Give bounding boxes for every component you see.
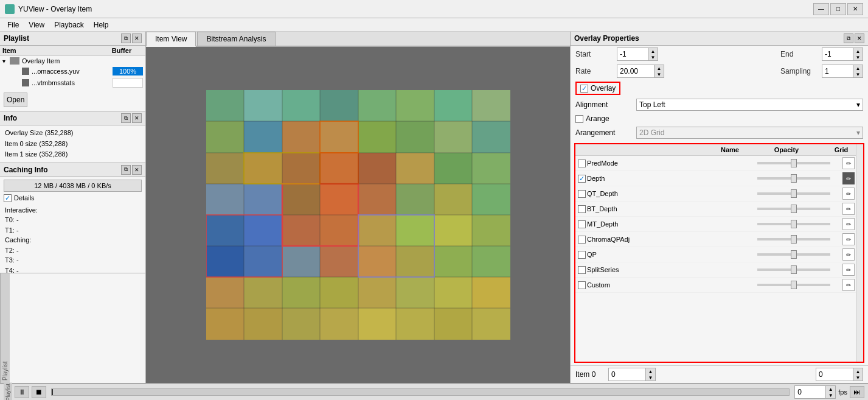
sampling-down-btn[interactable]: ▼	[853, 71, 863, 77]
playback-right: ▲ ▼ fps ⏭	[794, 385, 864, 399]
tree-item-yuv[interactable]: ...omaccess.yuv 100%	[0, 66, 145, 77]
custom-edit-button[interactable]: ✏	[842, 279, 855, 291]
rate-input[interactable]	[617, 66, 654, 76]
sampling-input[interactable]	[822, 66, 853, 76]
qp-edit-button[interactable]: ✏	[842, 248, 855, 261]
item-0-up-btn[interactable]: ▲	[645, 368, 655, 374]
alignment-dropdown[interactable]: Top Left ▾	[636, 99, 863, 111]
end-input[interactable]	[822, 49, 853, 59]
overlay-props-close[interactable]: ✕	[855, 33, 864, 43]
splitseries-checkbox[interactable]	[578, 266, 586, 274]
qtdepth-checkbox[interactable]	[578, 190, 586, 198]
overlay-table-scrollbar[interactable]	[856, 144, 863, 362]
qp-slider[interactable]	[757, 253, 830, 256]
frame-input[interactable]	[795, 387, 825, 397]
frame-up-btn[interactable]: ▲	[825, 386, 835, 392]
item-input-0[interactable]	[609, 370, 645, 379]
item-1-up-btn[interactable]: ▲	[853, 368, 863, 374]
start-up-btn[interactable]: ▲	[648, 48, 658, 54]
arrange-checkbox[interactable]	[575, 115, 583, 123]
overlay-checkbox[interactable]	[580, 85, 588, 93]
tab-item-view[interactable]: Item View	[146, 32, 196, 47]
qp-checkbox[interactable]	[578, 251, 586, 259]
stop-button[interactable]: ⏹	[32, 386, 46, 398]
tab-bitstream-analysis[interactable]: Bitstream Analysis	[197, 32, 275, 46]
arrangement-chevron-icon: ▾	[856, 128, 860, 137]
item-label: Item 0	[575, 370, 606, 379]
close-button[interactable]: ✕	[847, 3, 863, 15]
btdepth-slider[interactable]	[757, 208, 830, 210]
rate-spinbox[interactable]: ▲ ▼	[617, 65, 664, 78]
depth-edit-button[interactable]: ✏	[842, 172, 855, 184]
start-down-btn[interactable]: ▼	[648, 54, 658, 60]
mtdepth-slider[interactable]	[757, 223, 830, 225]
predmode-checkbox[interactable]	[578, 160, 586, 167]
rate-down-btn[interactable]: ▼	[654, 71, 664, 77]
item-spinbox-0[interactable]: ▲ ▼	[608, 368, 656, 381]
btdepth-edit-button[interactable]: ✏	[842, 203, 855, 215]
item-1-down-btn[interactable]: ▼	[853, 374, 863, 381]
item-input-1[interactable]	[816, 370, 853, 379]
info-close-button[interactable]: ✕	[132, 113, 142, 123]
start-spinbox[interactable]: ▲ ▼	[617, 47, 658, 61]
predmode-edit-button[interactable]: ✏	[842, 157, 855, 169]
tree-stats-label: ...vtmbmsstats	[32, 79, 113, 86]
svg-rect-49	[206, 277, 244, 308]
svg-rect-31	[434, 184, 472, 215]
svg-rect-18	[244, 153, 282, 184]
open-button[interactable]: Open	[4, 93, 27, 107]
chromaqpadj-slider-cell	[751, 238, 836, 240]
maximize-button[interactable]: □	[830, 3, 846, 15]
tree-item-stats[interactable]: ...vtmbmsstats	[0, 77, 145, 89]
minimize-button[interactable]: —	[813, 3, 829, 15]
mtdepth-checkbox[interactable]	[578, 220, 586, 228]
predmode-slider[interactable]	[757, 162, 830, 164]
menu-playback[interactable]: Playback	[49, 19, 89, 30]
overlay-properties-title: Overlay Properties	[574, 34, 639, 43]
end-spinbox[interactable]: ▲ ▼	[822, 47, 863, 61]
svg-rect-47	[434, 246, 472, 277]
mtdepth-edit-button[interactable]: ✏	[842, 218, 855, 230]
rate-up-btn[interactable]: ▲	[654, 65, 664, 71]
end-down-btn[interactable]: ▼	[853, 54, 863, 60]
qtdepth-edit-button[interactable]: ✏	[842, 188, 855, 200]
custom-checkbox[interactable]	[578, 281, 586, 289]
qtdepth-slider-cell	[751, 192, 836, 195]
splitseries-edit-button[interactable]: ✏	[842, 264, 855, 276]
info-title: Info	[4, 114, 17, 122]
item-0-down-btn[interactable]: ▼	[645, 374, 655, 381]
details-checkbox[interactable]	[4, 194, 12, 202]
playlist-close-button[interactable]: ✕	[132, 33, 142, 43]
menu-help[interactable]: Help	[89, 19, 114, 30]
arrangement-dropdown[interactable]: 2D Grid ▾	[636, 127, 863, 139]
frame-spinbox[interactable]: ▲ ▼	[794, 385, 836, 399]
qtdepth-slider[interactable]	[757, 192, 830, 195]
chromaqpadj-edit-button[interactable]: ✏	[842, 233, 855, 245]
info-undock-button[interactable]: ⧉	[121, 113, 131, 123]
btdepth-checkbox[interactable]	[578, 205, 586, 213]
start-input[interactable]	[617, 49, 648, 59]
caching-close-button[interactable]: ✕	[132, 165, 142, 175]
sampling-up-btn[interactable]: ▲	[853, 65, 863, 71]
btdepth-slider-cell	[751, 208, 836, 210]
frame-down-btn[interactable]: ▼	[825, 392, 835, 398]
overlay-props-undock[interactable]: ⧉	[844, 33, 853, 43]
caching-undock-button[interactable]: ⧉	[121, 165, 131, 175]
tree-item-overlay[interactable]: ▾ Overlay Item	[0, 56, 145, 66]
end-up-btn[interactable]: ▲	[853, 48, 863, 54]
caching-header: Caching Info ⧉ ✕	[0, 163, 145, 177]
playlist-undock-button[interactable]: ⧉	[121, 33, 131, 43]
depth-checkbox[interactable]	[578, 175, 586, 183]
splitseries-slider[interactable]	[757, 268, 830, 271]
menu-file[interactable]: File	[2, 19, 24, 30]
menu-view[interactable]: View	[24, 19, 49, 30]
pause-button[interactable]: ⏸	[15, 386, 29, 398]
custom-slider[interactable]	[757, 284, 830, 286]
item-spinbox-1[interactable]: ▲ ▼	[816, 368, 863, 381]
timeline[interactable]	[51, 388, 790, 396]
sampling-spinbox[interactable]: ▲ ▼	[822, 65, 863, 78]
forward-button[interactable]: ⏭	[850, 386, 864, 398]
depth-slider[interactable]	[757, 177, 830, 180]
chromaqpadj-slider[interactable]	[757, 238, 830, 240]
chromaqpadj-checkbox[interactable]	[578, 236, 586, 244]
